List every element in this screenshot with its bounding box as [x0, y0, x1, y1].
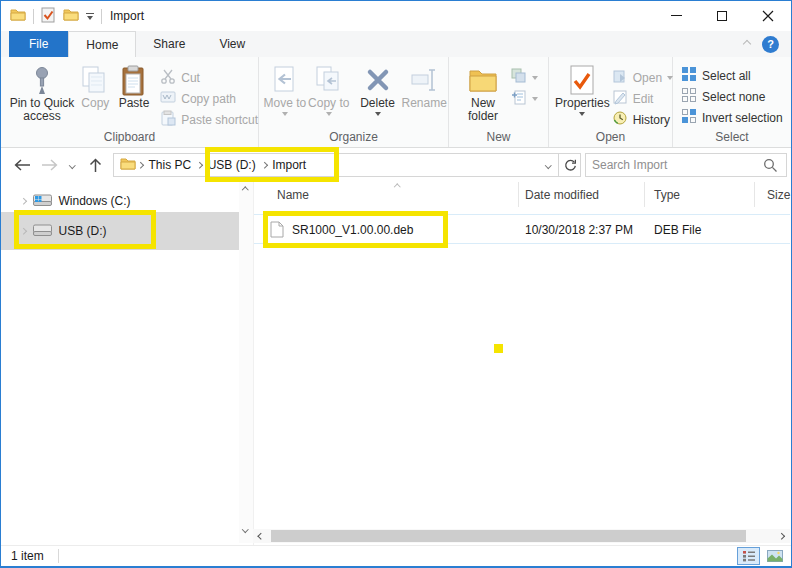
pin-to-quick-access-button[interactable]: Pin to Quick access: [7, 60, 77, 123]
rename-button[interactable]: Rename: [400, 60, 448, 110]
new-folder-icon: [468, 63, 498, 97]
delete-icon: [363, 63, 393, 97]
easy-access-button[interactable]: [511, 88, 538, 109]
recent-locations-button[interactable]: [63, 151, 81, 179]
new-item-icon: [511, 68, 527, 87]
chevron-down-icon: [69, 162, 75, 168]
separator: [101, 9, 102, 24]
ribbon-group-new: New folder New: [449, 57, 549, 147]
dropdown-arrow-icon: [282, 112, 288, 116]
new-folder-button[interactable]: New folder: [457, 60, 509, 123]
column-header-date-modified[interactable]: Date modified: [519, 182, 645, 207]
file-list: Name Date modified Type Size SR1000_V1.0…: [253, 182, 791, 547]
address-dropdown-icon[interactable]: [545, 162, 551, 168]
select-all-icon: [681, 66, 697, 85]
sidebar-scrollbar[interactable]: [239, 182, 253, 543]
navigation-pane: Windows (C:) USB (D:): [1, 182, 253, 547]
search-box: [585, 153, 787, 177]
breadcrumb-this-pc[interactable]: This PC: [143, 158, 198, 172]
new-folder-quick-icon[interactable]: [63, 8, 79, 24]
history-button[interactable]: History: [612, 109, 673, 130]
dropdown-arrow-icon: [326, 112, 332, 116]
copy-button[interactable]: Copy: [77, 60, 114, 110]
main-area: Windows (C:) USB (D:) Name Date modified…: [1, 182, 791, 547]
move-to-button[interactable]: Move to: [263, 60, 307, 116]
group-label-clipboard: Clipboard: [1, 130, 258, 144]
tab-view[interactable]: View: [202, 31, 262, 57]
group-label-open: Open: [549, 130, 672, 144]
open-icon: [612, 68, 628, 87]
thumbnail-view-button[interactable]: [763, 547, 786, 565]
pin-icon: [29, 63, 55, 97]
status-bar: 1 item: [1, 545, 791, 566]
explorer-folder-icon: [10, 8, 26, 24]
breadcrumb-usb-drive[interactable]: USB (D:): [202, 158, 262, 172]
close-button[interactable]: [745, 1, 791, 30]
group-label-organize: Organize: [259, 130, 448, 144]
cut-button[interactable]: Cut: [160, 67, 258, 88]
column-header-name[interactable]: Name: [254, 182, 519, 207]
separator: [33, 9, 34, 24]
file-row[interactable]: SR1000_V1.00.00.deb 10/30/2018 2:37 PM D…: [254, 214, 790, 244]
address-bar-row: This PC USB (D:) Import: [1, 148, 791, 182]
tab-home[interactable]: Home: [68, 31, 136, 57]
window-controls: [653, 1, 791, 30]
sidebar-item-windows-c[interactable]: Windows (C:): [1, 188, 239, 214]
sort-ascending-icon: [394, 184, 400, 190]
customize-toolbar-arrow-icon[interactable]: [86, 13, 94, 20]
properties-quick-icon[interactable]: [41, 7, 56, 26]
scrollbar-thumb[interactable]: [271, 530, 746, 542]
column-header-type[interactable]: Type: [645, 182, 755, 207]
invert-selection-button[interactable]: Invert selection: [681, 107, 783, 128]
horizontal-scrollbar[interactable]: [253, 529, 790, 543]
expand-chevron-icon[interactable]: [20, 198, 26, 204]
tab-file[interactable]: File: [9, 31, 68, 57]
minimize-button[interactable]: [653, 1, 699, 30]
ribbon-group-clipboard: Pin to Quick access Copy Paste Cut Copy …: [1, 57, 259, 147]
search-input[interactable]: [586, 158, 763, 172]
scroll-left-icon[interactable]: [258, 533, 264, 539]
back-button[interactable]: [7, 151, 37, 179]
edit-icon: [612, 89, 628, 108]
paste-button[interactable]: Paste: [114, 60, 155, 110]
minimize-ribbon-icon[interactable]: [743, 40, 751, 48]
file-date-modified: 10/30/2018 2:37 PM: [525, 223, 633, 237]
details-view-button[interactable]: [737, 547, 760, 565]
copy-path-button[interactable]: Copy path: [160, 88, 258, 109]
file-type: DEB File: [654, 223, 701, 237]
paste-icon: [122, 63, 146, 97]
breadcrumb-import[interactable]: Import: [266, 158, 312, 172]
new-item-button[interactable]: [511, 67, 538, 88]
column-header-size[interactable]: Size: [755, 182, 791, 207]
thumbnail-view-icon: [767, 550, 783, 562]
minimize-icon: [671, 15, 682, 16]
help-icon[interactable]: ?: [762, 36, 779, 53]
file-icon: [270, 221, 284, 241]
select-none-button[interactable]: Select none: [681, 86, 783, 107]
scroll-down-icon[interactable]: [242, 526, 248, 532]
tab-share[interactable]: Share: [136, 31, 202, 57]
forward-button[interactable]: [37, 151, 63, 179]
paste-shortcut-button[interactable]: Paste shortcut: [160, 109, 258, 130]
edit-button[interactable]: Edit: [612, 88, 673, 109]
address-bar[interactable]: This PC USB (D:) Import: [113, 153, 559, 177]
properties-button[interactable]: Properties: [555, 60, 610, 116]
copy-to-button[interactable]: Copy to: [307, 60, 351, 116]
delete-button[interactable]: Delete: [355, 60, 401, 116]
up-button[interactable]: [81, 151, 109, 179]
refresh-button[interactable]: [559, 153, 581, 177]
scroll-right-icon[interactable]: [778, 533, 784, 539]
sidebar-item-usb-d[interactable]: USB (D:): [1, 212, 239, 250]
copy-to-icon: [314, 63, 344, 97]
scroll-up-icon[interactable]: [242, 187, 248, 193]
select-all-button[interactable]: Select all: [681, 65, 783, 86]
open-button[interactable]: Open: [612, 67, 673, 88]
maximize-button[interactable]: [699, 1, 745, 30]
ribbon-tab-row: File Home Share View ?: [1, 31, 791, 57]
expand-chevron-icon[interactable]: [20, 228, 26, 234]
rename-icon: [409, 63, 439, 97]
search-icon[interactable]: [763, 158, 786, 173]
ribbon-group-organize: Move to Copy to Delete Rename Organize: [259, 57, 449, 147]
ribbon: Pin to Quick access Copy Paste Cut Copy …: [1, 57, 791, 148]
title-bar: Import: [1, 1, 791, 31]
